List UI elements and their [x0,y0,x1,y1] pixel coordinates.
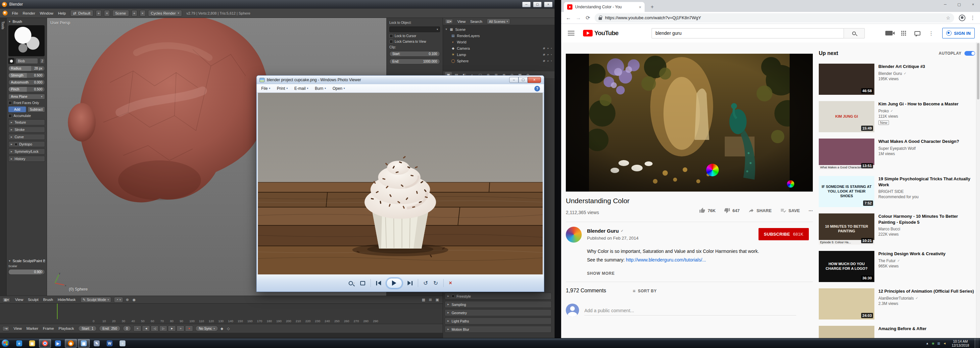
video-title[interactable]: What Makes A Good Character Design? [878,139,975,145]
menu-item[interactable]: Open▾ [332,86,345,91]
share-button[interactable]: SHARE [748,208,772,214]
search-input[interactable] [652,28,843,38]
brush-slider[interactable]: Pinch0.500 [8,86,45,92]
next-button[interactable] [407,281,412,285]
brush-slider[interactable]: Radius28 px [8,65,45,71]
close-button[interactable]: × [966,0,980,9]
sculpt-mesh[interactable] [50,18,282,219]
properties-section-header[interactable]: ►Light Paths [445,318,552,324]
menu-item[interactable]: Sculpt [26,297,40,302]
menu-item[interactable]: Frame [41,326,56,331]
menu-item[interactable]: Search [468,19,484,24]
record-button[interactable]: ● [185,326,193,331]
browser-tab[interactable]: Understanding Color - You × [564,2,644,12]
frame-end-field[interactable]: End:250 [99,326,120,331]
menu-item[interactable]: View [13,297,25,302]
menu-item[interactable]: Help [56,11,68,16]
video-title[interactable]: Blender Art Critique #3 [878,64,975,70]
taskbar-app-button[interactable]: ▶ [52,339,64,348]
properties-section-header[interactable]: ►Geometry [445,309,552,316]
previous-button[interactable] [376,281,381,285]
lock-camera-checkbox[interactable]: Lock Camera to View [389,40,440,43]
video-title[interactable]: 19 Simple Psychological Tricks That Actu… [878,176,975,188]
viewport-shading-selector[interactable]: ◔▾ [114,297,123,303]
menu-item[interactable]: Playback [57,326,76,331]
jump-to-end-button[interactable]: » [177,326,185,331]
minimize-button[interactable]: ─ [938,0,952,9]
video-title[interactable]: Amazing Before & After [878,326,975,332]
minimize-button[interactable]: ─ [522,2,531,7]
properties-section-header[interactable]: ►Sampling [445,301,552,308]
lock-to-cursor-checkbox[interactable]: Lock to Cursor [389,34,440,38]
current-frame-field[interactable]: 0 [123,326,131,331]
scalar-slider[interactable]: 0.900 [8,269,45,275]
jump-to-start-button[interactable]: « [134,326,142,331]
panel-section-header[interactable]: ►History [8,156,45,162]
menu-item[interactable]: Print▾ [277,86,288,91]
channel-name[interactable]: AlanBeckerTutorials✓ [878,296,975,301]
up-next-video[interactable]: Amazing Before & After [819,326,975,338]
settings-menu-icon[interactable]: ⋮ [929,30,934,37]
front-faces-checkbox[interactable]: Front Faces Only [8,101,45,105]
screen-layout-selector[interactable]: ⇄Default [70,10,93,17]
start-button[interactable] [1,339,10,347]
up-next-video[interactable]: IF SOMEONE IS STARING AT YOU, LOOK AT TH… [819,176,975,207]
search-button[interactable] [843,28,865,38]
sort-by-button[interactable]: ≡SORT BY [633,288,657,294]
channel-name[interactable]: Marco Bucci [878,227,975,231]
page-scrollbar[interactable] [976,42,980,338]
brush-name-field[interactable]: Blob [16,58,38,64]
rotate-counterclockwise-button[interactable]: ↺ [423,280,428,286]
pivot-center-icons[interactable]: ⊕ ◉ [126,298,137,302]
youtube-apps-icon[interactable] [901,30,906,36]
sync-mode-select[interactable]: No Sync▾ [195,326,218,331]
outliner-editor-icon[interactable]: ▤▾ [445,19,453,24]
outliner-item[interactable]: ▤ RenderLayers [444,32,553,39]
add-button[interactable]: Add [8,106,26,112]
video-title[interactable]: Colour Harmony - 10 Minutes To Better Pa… [878,214,975,225]
channel-name[interactable]: Proko✓ [878,109,975,113]
panel-section-header[interactable]: ►Dyntopo [8,141,45,147]
taskbar-app-button[interactable]: ◉ [65,339,77,348]
close-tab-button[interactable]: × [639,5,641,10]
dislike-button[interactable]: 647 [724,208,740,214]
timeline-editor-icon[interactable]: ◔▾ [2,326,9,331]
panel-section-header[interactable]: ►Texture [8,119,45,125]
guide-menu-icon[interactable] [568,31,574,35]
menu-item[interactable]: Render [21,11,37,16]
brush-slider[interactable]: Autosmooth0.000 [8,80,45,85]
panel-section-header[interactable]: ►Stroke [8,127,45,132]
channel-name[interactable]: BRIGHT SIDE [878,189,975,194]
help-button[interactable]: ? [535,86,540,91]
photo-viewer-titlebar[interactable]: blender project cupcake.png - Windows Ph… [256,75,544,84]
description-link[interactable]: http://www.blenderguru.com/tutorials/... [626,257,706,262]
brush-users-count[interactable]: 2 [40,58,45,64]
messages-icon[interactable] [915,31,920,35]
taskbar-clock[interactable]: 10:14 AM 12/13/2018 [949,339,972,347]
menu-item[interactable]: Brush [41,297,55,302]
brush-type-icon[interactable] [8,58,14,64]
editor-type-icon[interactable]: ▦▾ [2,297,10,302]
tools-tab[interactable]: Tools [1,21,5,29]
menu-item[interactable]: File [10,11,20,16]
blender-menu-icon[interactable] [3,11,8,16]
menu-item[interactable]: View [11,326,24,331]
channel-name[interactable]: Blender Guru✓ [587,228,624,234]
blender-titlebar[interactable]: Blender ─ ▢ × [0,0,555,9]
hidden-icons-chevron[interactable]: ▲ [926,342,929,345]
menu-item[interactable]: File▾ [261,86,270,91]
profile-icon[interactable] [959,14,966,21]
visibility-toggles[interactable]: ◉▸▪ [542,47,553,50]
panel-section-header[interactable]: ►Curve [8,134,45,140]
address-bar[interactable]: https://www.youtube.com/watch?v=Qj1FK8n7… [595,13,954,22]
outliner-scope-select[interactable]: All Scenes▾ [487,19,511,24]
menu-item[interactable]: Hide/Mask [56,297,78,302]
menu-item[interactable]: E-mail▾ [294,86,308,91]
properties-section-header[interactable]: ►Motion Blur [445,326,552,333]
channel-name[interactable]: Super Eyepatch Wolf [878,146,975,151]
render-engine-selector[interactable]: Cycles Render▾ [148,10,182,17]
properties-section-header[interactable]: ►Freestyle [445,293,552,300]
taskbar-app-button[interactable]: ✎ [91,339,103,348]
secure-lock-icon[interactable] [598,17,602,20]
sculpt-plane-select[interactable]: Area Plane▾ [8,94,45,99]
